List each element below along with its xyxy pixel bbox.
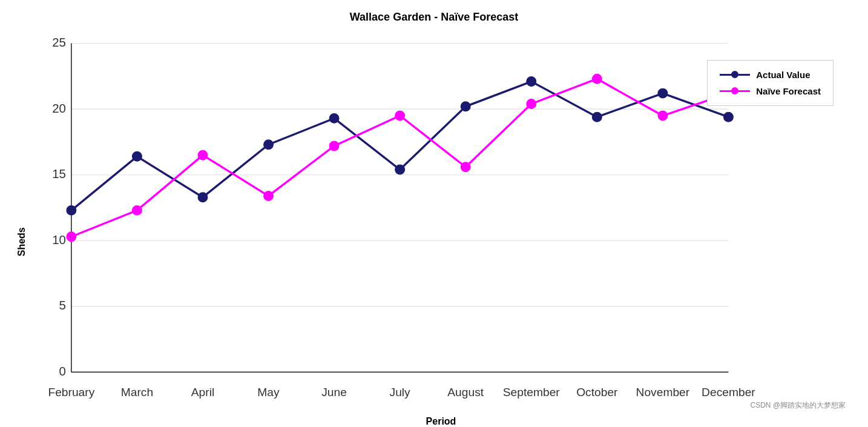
svg-point-34 <box>724 112 734 122</box>
svg-point-43 <box>592 74 602 84</box>
svg-text:0: 0 <box>59 365 65 378</box>
chart-title: Wallace Garden - Naïve Forecast <box>350 11 518 24</box>
svg-point-24 <box>67 205 76 215</box>
svg-point-41 <box>461 162 470 171</box>
svg-text:November: November <box>636 385 690 398</box>
svg-text:March: March <box>121 385 153 398</box>
svg-point-33 <box>658 88 668 98</box>
svg-point-31 <box>527 76 536 86</box>
svg-text:20: 20 <box>52 101 66 114</box>
svg-text:April: April <box>191 385 214 398</box>
legend-item: Actual Value <box>720 70 821 80</box>
legend-item: Naïve Forecast <box>720 86 821 96</box>
svg-text:June: June <box>321 385 347 398</box>
svg-text:August: August <box>447 385 484 398</box>
chart-body: Sheds 0510152025FebruaryMarchAprilMayJun… <box>16 30 852 428</box>
svg-text:15: 15 <box>52 167 66 180</box>
x-axis-label: Period <box>30 413 852 427</box>
svg-point-36 <box>132 205 142 215</box>
chart-legend: Actual Value Naïve Forecast <box>707 60 833 106</box>
svg-point-30 <box>461 101 470 111</box>
svg-text:December: December <box>702 385 755 398</box>
svg-text:5: 5 <box>59 299 65 312</box>
svg-point-38 <box>264 191 274 200</box>
svg-point-42 <box>527 99 536 108</box>
svg-text:May: May <box>257 385 280 398</box>
svg-point-25 <box>132 151 142 161</box>
svg-point-32 <box>592 112 602 122</box>
svg-text:October: October <box>576 385 618 398</box>
svg-point-40 <box>395 111 405 121</box>
svg-point-27 <box>264 139 274 149</box>
svg-text:February: February <box>48 385 94 398</box>
svg-text:25: 25 <box>52 36 66 49</box>
y-axis-label: Sheds <box>16 30 27 428</box>
svg-text:10: 10 <box>52 233 66 246</box>
svg-point-26 <box>198 192 208 202</box>
svg-point-37 <box>198 150 208 160</box>
svg-point-35 <box>67 231 76 241</box>
svg-text:July: July <box>390 385 411 398</box>
chart-container: Wallace Garden - Naïve Forecast Sheds 05… <box>16 11 852 417</box>
svg-point-44 <box>658 111 668 121</box>
watermark: CSDN @脚踏实地的大梦想家 <box>750 400 846 411</box>
svg-text:September: September <box>503 385 561 398</box>
svg-point-39 <box>329 141 339 151</box>
svg-point-29 <box>395 165 405 174</box>
svg-point-28 <box>329 113 339 123</box>
